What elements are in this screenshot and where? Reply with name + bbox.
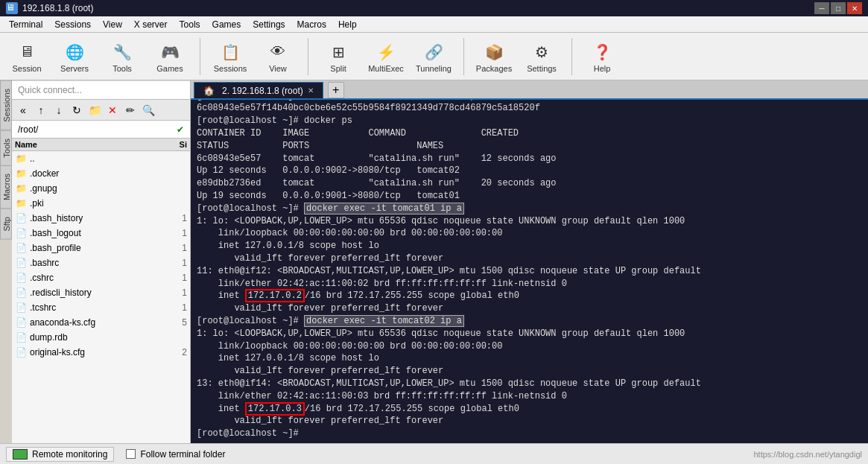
packages-icon: 📦	[482, 40, 506, 64]
left-panel: Sessions Tools Macros Sftp Quick connect…	[0, 80, 191, 443]
terminal-line: 1: lo: <LOOPBACK,UP,LOWER_UP> mtu 65536 …	[197, 215, 862, 228]
minimize-button[interactable]: ─	[814, 2, 829, 14]
terminal-output[interactable]: [root@localhost ~]# docker run -d --name…	[191, 100, 868, 443]
down-btn[interactable]: ↓	[51, 102, 67, 118]
sessions-tab[interactable]: Sessions	[0, 80, 12, 130]
macros-tab[interactable]: Macros	[0, 165, 12, 209]
list-item[interactable]: 📄.tcshrc1	[12, 300, 190, 315]
list-item[interactable]: 📁.gnupg	[12, 181, 190, 196]
file-size: 1	[165, 287, 187, 298]
file-icon: 📄	[15, 317, 27, 328]
toolbar-tools[interactable]: 🔧 Tools	[101, 36, 143, 77]
file-size: 5	[165, 317, 187, 328]
find-btn[interactable]: 🔍	[140, 102, 156, 118]
menu-terminal[interactable]: Terminal	[3, 18, 48, 31]
tools-icon: 🔧	[110, 40, 134, 64]
watermark-text: https://blog.csdn.net/ytangdigl	[753, 450, 862, 459]
sidebar-toolbar: « ↑ ↓ ↻ 📁 ✕ ✏ 🔍	[12, 100, 190, 121]
file-icon: 📄	[15, 212, 27, 224]
terminal-area: 🏠 2. 192.168.1.8 (root) ✕ + [root@localh…	[191, 80, 868, 443]
list-item[interactable]: 📄dump.rdb	[12, 330, 190, 345]
terminal-line: 13: eth0@if14: <BROADCAST,MULTICAST,UP,L…	[197, 378, 862, 390]
file-icon: 📄	[15, 346, 27, 358]
file-size: 2	[165, 347, 187, 357]
list-item[interactable]: 📄anaconda-ks.cfg5	[12, 315, 190, 330]
rename-btn[interactable]: ✏	[122, 102, 139, 118]
file-size: 1	[165, 302, 187, 313]
folder-icon: 📁	[15, 168, 27, 179]
tab-main-label: 2. 192.168.1.8 (root)	[222, 86, 303, 96]
toolbar-sep-3	[463, 38, 464, 75]
new-folder-btn[interactable]: 📁	[86, 102, 103, 118]
menu-macros[interactable]: Macros	[291, 18, 332, 31]
terminal-line: CONTAINER ID IMAGE COMMAND CREATED	[197, 127, 862, 140]
toolbar-multiexec-label: MultiExec	[368, 64, 404, 73]
close-button[interactable]: ✕	[847, 2, 862, 14]
servers-icon: 🌐	[63, 40, 86, 64]
list-item[interactable]: 📄.bash_logout1	[12, 226, 190, 241]
new-tab-btn[interactable]: +	[328, 82, 344, 98]
list-item[interactable]: 📄.cshrc1	[12, 270, 190, 285]
maximize-button[interactable]: □	[831, 2, 846, 14]
terminal-line: 11: eth0@if12: <BROADCAST,MULTICAST,UP,L…	[197, 265, 862, 278]
refresh-btn[interactable]: ↻	[69, 102, 85, 118]
toolbar-split[interactable]: ⊞ Split	[317, 36, 359, 77]
menu-bar: Terminal Sessions View X server Tools Ga…	[0, 16, 868, 33]
file-icon: 📄	[15, 272, 27, 284]
delete-btn[interactable]: ✕	[104, 102, 121, 118]
list-item[interactable]: 📁.docker	[12, 166, 190, 181]
terminal-line: inet 127.0.0.1/8 scope host lo	[197, 240, 862, 252]
tunneling-icon: 🔗	[422, 40, 446, 64]
toolbar-packages[interactable]: 📦 Packages	[473, 36, 515, 77]
collapse-btn[interactable]: «	[15, 102, 31, 118]
menu-games[interactable]: Games	[206, 18, 247, 31]
terminal-line: [root@localhost ~]# docker exec -it tomc…	[197, 203, 862, 215]
toolbar-games[interactable]: 🎮 Games	[149, 36, 191, 77]
list-item[interactable]: 📄.bashrc1	[12, 255, 190, 270]
list-item[interactable]: 📄.bash_history1	[12, 211, 190, 226]
file-list-header: Name Si	[12, 139, 190, 151]
menu-help[interactable]: Help	[332, 18, 363, 31]
menu-view[interactable]: View	[97, 18, 128, 31]
tools-tab[interactable]: Tools	[0, 130, 12, 166]
toolbar-settings[interactable]: ⚙ Settings	[521, 36, 563, 77]
toolbar-servers-label: Servers	[60, 64, 89, 73]
terminal-line: [root@localhost ~]# docker exec -it tomc…	[197, 315, 862, 328]
file-name: .bash_profile	[30, 243, 165, 253]
tab-main[interactable]: 🏠 2. 192.168.1.8 (root) ✕	[194, 82, 323, 98]
list-item[interactable]: 📄.bash_profile1	[12, 241, 190, 255]
file-size: 1	[165, 243, 187, 253]
sftp-tab[interactable]: Sftp	[0, 209, 12, 240]
help-icon: ❓	[590, 40, 614, 64]
toolbar-help[interactable]: ❓ Help	[581, 36, 623, 77]
file-icon: 📄	[15, 287, 27, 299]
terminal-line: inet 172.17.0.2/16 brd 172.17.255.255 sc…	[197, 290, 862, 302]
tab-close-btn[interactable]: ✕	[308, 86, 314, 95]
toolbar-packages-label: Packages	[476, 64, 512, 73]
toolbar-view-label: View	[269, 64, 287, 73]
toolbar-settings-label: Settings	[527, 64, 557, 73]
menu-xserver[interactable]: X server	[128, 18, 174, 31]
list-item[interactable]: 📄.rediscli_history1	[12, 285, 190, 300]
toolbar-sep-1	[200, 38, 200, 75]
toolbar-multiexec[interactable]: ⚡ MultiExec	[365, 36, 407, 77]
list-item[interactable]: 📁..	[12, 151, 190, 166]
toolbar-view[interactable]: 👁 View	[257, 36, 299, 77]
toolbar-tunneling[interactable]: 🔗 Tunneling	[413, 36, 454, 77]
toolbar-session[interactable]: 🖥 Session	[6, 36, 48, 77]
list-item[interactable]: 📁.pki	[12, 196, 190, 211]
follow-folder-checkbox[interactable]	[126, 449, 136, 459]
menu-settings[interactable]: Settings	[247, 18, 291, 31]
app-icon: 🖥	[6, 2, 18, 14]
toolbar-tunneling-label: Tunneling	[416, 64, 452, 73]
ip-highlight: 172.17.0.3	[245, 402, 305, 416]
menu-tools[interactable]: Tools	[174, 18, 206, 31]
list-item[interactable]: 📄original-ks.cfg2	[12, 345, 190, 360]
remote-monitoring-btn[interactable]: Remote monitoring	[6, 447, 114, 462]
quick-connect-text: Quick connect...	[18, 85, 82, 95]
toolbar-sessions[interactable]: 📋 Sessions	[209, 36, 251, 77]
menu-sessions[interactable]: Sessions	[48, 18, 97, 31]
folder-icon: 📁	[15, 182, 27, 194]
toolbar-servers[interactable]: 🌐 Servers	[54, 36, 95, 77]
up-btn[interactable]: ↑	[33, 102, 49, 118]
